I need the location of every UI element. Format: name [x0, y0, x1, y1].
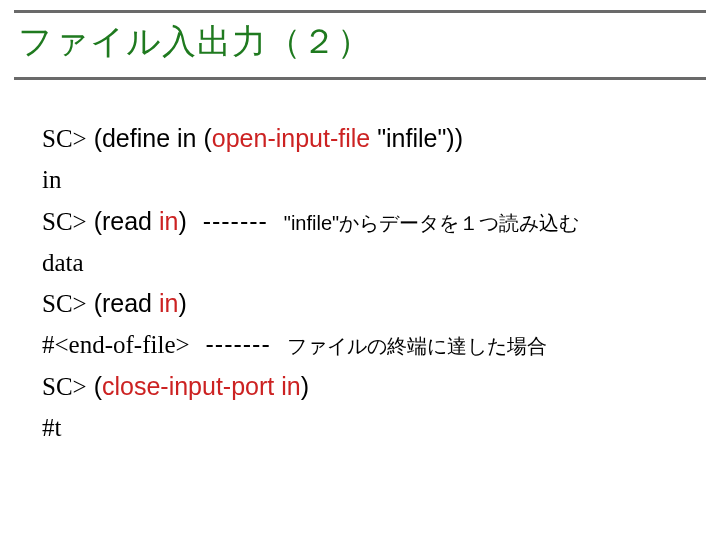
code-body: SC> (define in (open-input-file "infile"… — [42, 118, 690, 448]
line-5: SC> (read in) — [42, 283, 690, 324]
output-in: in — [42, 166, 61, 193]
arg-in: in — [159, 207, 178, 235]
func-open-input-file: open-input-file — [212, 124, 377, 152]
prompt: SC> — [42, 125, 87, 152]
text: ( — [203, 124, 211, 152]
text: ) — [301, 372, 309, 400]
line-4: data — [42, 242, 690, 283]
keyword-define: define in — [102, 124, 203, 152]
line-1: SC> (define in (open-input-file "infile"… — [42, 118, 690, 159]
string-literal: "infile" — [377, 124, 446, 152]
line-2: in — [42, 159, 690, 200]
func-close-input-port: close-input-port in — [102, 372, 301, 400]
text: )) — [446, 124, 463, 152]
text: ( — [87, 372, 102, 400]
text: ( — [87, 289, 102, 317]
text: ) — [178, 289, 186, 317]
text: ( — [87, 207, 102, 235]
prompt: SC> — [42, 373, 87, 400]
slide: ファイル入出力（２） SC> (define in (open-input-fi… — [0, 0, 720, 540]
dash-connector: ------- — [187, 207, 284, 235]
prompt: SC> — [42, 208, 87, 235]
text: ) — [178, 207, 186, 235]
line-7: SC> (close-input-port in) — [42, 366, 690, 407]
annotation-read: "infile"からデータを１つ読み込む — [284, 212, 579, 234]
line-3: SC> (read in) ------- "infile"からデータを１つ読み… — [42, 201, 690, 242]
title-block: ファイル入出力（２） — [14, 10, 706, 80]
annotation-eof: ファイルの終端に達した場合 — [287, 335, 547, 357]
output-true: #t — [42, 414, 61, 441]
func-read: read — [102, 289, 159, 317]
prompt: SC> — [42, 290, 87, 317]
dash-connector: ------- — [190, 330, 287, 358]
slide-title: ファイル入出力（２） — [14, 17, 706, 71]
text: ( — [87, 124, 102, 152]
output-data: data — [42, 249, 84, 276]
line-6: #<end-of-file> ------- ファイルの終端に達した場合 — [42, 324, 690, 365]
arg-in: in — [159, 289, 178, 317]
line-8: #t — [42, 407, 690, 448]
rule-bottom — [14, 77, 706, 80]
rule-top — [14, 10, 706, 13]
func-read: read — [102, 207, 159, 235]
output-eof: #<end-of-file> — [42, 331, 190, 358]
